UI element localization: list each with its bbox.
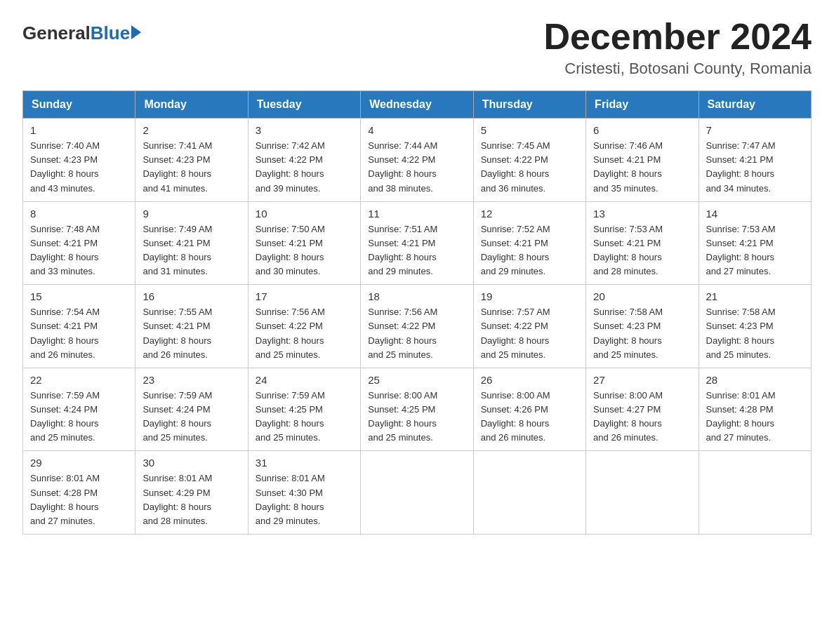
calendar-cell: 16 Sunrise: 7:55 AM Sunset: 4:21 PM Dayl…: [135, 285, 248, 368]
weekday-header-row: SundayMondayTuesdayWednesdayThursdayFrid…: [23, 91, 812, 119]
day-info: Sunrise: 7:59 AM Sunset: 4:24 PM Dayligh…: [143, 389, 240, 445]
weekday-header-friday: Friday: [586, 91, 699, 119]
weekday-header-sunday: Sunday: [23, 91, 135, 119]
day-number: 24: [256, 374, 353, 386]
month-title: December 2024: [543, 17, 812, 57]
day-info: Sunrise: 7:56 AM Sunset: 4:22 PM Dayligh…: [256, 305, 353, 362]
day-number: 21: [706, 290, 804, 302]
day-number: 17: [256, 290, 353, 302]
day-number: 19: [481, 290, 578, 302]
day-info: Sunrise: 7:59 AM Sunset: 4:25 PM Dayligh…: [256, 389, 353, 445]
day-number: 5: [481, 124, 578, 136]
day-info: Sunrise: 7:49 AM Sunset: 4:21 PM Dayligh…: [143, 222, 240, 279]
calendar-cell: 19 Sunrise: 7:57 AM Sunset: 4:22 PM Dayl…: [473, 285, 585, 368]
day-info: Sunrise: 7:48 AM Sunset: 4:21 PM Dayligh…: [30, 222, 128, 279]
calendar-cell: 25 Sunrise: 8:00 AM Sunset: 4:25 PM Dayl…: [361, 368, 473, 451]
calendar-cell: [361, 451, 473, 535]
calendar-cell: 26 Sunrise: 8:00 AM Sunset: 4:26 PM Dayl…: [473, 368, 585, 451]
day-info: Sunrise: 7:46 AM Sunset: 4:21 PM Dayligh…: [593, 139, 691, 196]
calendar-cell: [586, 451, 699, 535]
weekday-header-saturday: Saturday: [699, 91, 811, 119]
calendar-cell: 12 Sunrise: 7:52 AM Sunset: 4:21 PM Dayl…: [473, 201, 585, 285]
day-info: Sunrise: 7:58 AM Sunset: 4:23 PM Dayligh…: [706, 305, 804, 362]
day-info: Sunrise: 7:45 AM Sunset: 4:22 PM Dayligh…: [481, 139, 578, 196]
day-info: Sunrise: 7:40 AM Sunset: 4:23 PM Dayligh…: [30, 139, 128, 196]
day-number: 29: [30, 457, 128, 469]
day-info: Sunrise: 7:57 AM Sunset: 4:22 PM Dayligh…: [481, 305, 578, 362]
title-area: December 2024 Cristesti, Botosani County…: [543, 17, 812, 78]
calendar-cell: 21 Sunrise: 7:58 AM Sunset: 4:23 PM Dayl…: [699, 285, 811, 368]
calendar-table: SundayMondayTuesdayWednesdayThursdayFrid…: [22, 90, 812, 535]
day-number: 6: [593, 124, 691, 136]
calendar-cell: 11 Sunrise: 7:51 AM Sunset: 4:21 PM Dayl…: [361, 201, 473, 285]
day-number: 10: [256, 208, 353, 220]
day-info: Sunrise: 7:54 AM Sunset: 4:21 PM Dayligh…: [30, 305, 128, 362]
day-number: 2: [143, 124, 240, 136]
day-number: 16: [143, 290, 240, 302]
day-number: 26: [481, 374, 578, 386]
day-number: 31: [256, 457, 353, 469]
logo-blue-text: Blue: [91, 22, 130, 44]
calendar-cell: [699, 451, 811, 535]
day-number: 4: [368, 124, 465, 136]
day-info: Sunrise: 8:01 AM Sunset: 4:30 PM Dayligh…: [256, 471, 353, 528]
day-number: 27: [593, 374, 691, 386]
day-number: 1: [30, 124, 128, 136]
day-number: 8: [30, 208, 128, 220]
day-number: 15: [30, 290, 128, 302]
calendar-cell: 1 Sunrise: 7:40 AM Sunset: 4:23 PM Dayli…: [23, 119, 135, 202]
logo-triangle-icon: [131, 25, 141, 39]
day-number: 7: [706, 124, 804, 136]
week-row-2: 8 Sunrise: 7:48 AM Sunset: 4:21 PM Dayli…: [23, 201, 812, 285]
calendar-cell: 13 Sunrise: 7:53 AM Sunset: 4:21 PM Dayl…: [586, 201, 699, 285]
day-info: Sunrise: 8:01 AM Sunset: 4:29 PM Dayligh…: [143, 471, 240, 528]
day-info: Sunrise: 8:00 AM Sunset: 4:27 PM Dayligh…: [593, 389, 691, 445]
calendar-cell: 31 Sunrise: 8:01 AM Sunset: 4:30 PM Dayl…: [248, 451, 360, 535]
calendar-cell: 22 Sunrise: 7:59 AM Sunset: 4:24 PM Dayl…: [23, 368, 135, 451]
day-info: Sunrise: 7:53 AM Sunset: 4:21 PM Dayligh…: [706, 222, 804, 279]
week-row-4: 22 Sunrise: 7:59 AM Sunset: 4:24 PM Dayl…: [23, 368, 812, 451]
day-info: Sunrise: 7:55 AM Sunset: 4:21 PM Dayligh…: [143, 305, 240, 362]
calendar-cell: 29 Sunrise: 8:01 AM Sunset: 4:28 PM Dayl…: [23, 451, 135, 535]
calendar-cell: 17 Sunrise: 7:56 AM Sunset: 4:22 PM Dayl…: [248, 285, 360, 368]
calendar-cell: 7 Sunrise: 7:47 AM Sunset: 4:21 PM Dayli…: [699, 119, 811, 202]
day-info: Sunrise: 7:51 AM Sunset: 4:21 PM Dayligh…: [368, 222, 465, 279]
weekday-header-tuesday: Tuesday: [248, 91, 360, 119]
day-info: Sunrise: 7:41 AM Sunset: 4:23 PM Dayligh…: [143, 139, 240, 196]
calendar-cell: 15 Sunrise: 7:54 AM Sunset: 4:21 PM Dayl…: [23, 285, 135, 368]
day-info: Sunrise: 7:50 AM Sunset: 4:21 PM Dayligh…: [256, 222, 353, 279]
calendar-cell: 3 Sunrise: 7:42 AM Sunset: 4:22 PM Dayli…: [248, 119, 360, 202]
day-number: 13: [593, 208, 691, 220]
calendar-cell: 23 Sunrise: 7:59 AM Sunset: 4:24 PM Dayl…: [135, 368, 248, 451]
calendar-cell: [473, 451, 585, 535]
day-number: 23: [143, 374, 240, 386]
day-number: 14: [706, 208, 804, 220]
day-info: Sunrise: 8:01 AM Sunset: 4:28 PM Dayligh…: [706, 389, 804, 445]
day-number: 11: [368, 208, 465, 220]
calendar-cell: 5 Sunrise: 7:45 AM Sunset: 4:22 PM Dayli…: [473, 119, 585, 202]
day-info: Sunrise: 7:59 AM Sunset: 4:24 PM Dayligh…: [30, 389, 128, 445]
day-info: Sunrise: 8:00 AM Sunset: 4:26 PM Dayligh…: [481, 389, 578, 445]
logo: General Blue: [22, 17, 141, 44]
calendar-cell: 4 Sunrise: 7:44 AM Sunset: 4:22 PM Dayli…: [361, 119, 473, 202]
day-info: Sunrise: 7:53 AM Sunset: 4:21 PM Dayligh…: [593, 222, 691, 279]
calendar-cell: 20 Sunrise: 7:58 AM Sunset: 4:23 PM Dayl…: [586, 285, 699, 368]
day-number: 18: [368, 290, 465, 302]
day-info: Sunrise: 7:58 AM Sunset: 4:23 PM Dayligh…: [593, 305, 691, 362]
logo-general-text: General: [22, 22, 91, 44]
weekday-header-monday: Monday: [135, 91, 248, 119]
calendar-cell: 24 Sunrise: 7:59 AM Sunset: 4:25 PM Dayl…: [248, 368, 360, 451]
location-subtitle: Cristesti, Botosani County, Romania: [543, 60, 812, 78]
calendar-cell: 6 Sunrise: 7:46 AM Sunset: 4:21 PM Dayli…: [586, 119, 699, 202]
calendar-cell: 9 Sunrise: 7:49 AM Sunset: 4:21 PM Dayli…: [135, 201, 248, 285]
day-number: 22: [30, 374, 128, 386]
day-number: 30: [143, 457, 240, 469]
weekday-header-wednesday: Wednesday: [361, 91, 473, 119]
week-row-5: 29 Sunrise: 8:01 AM Sunset: 4:28 PM Dayl…: [23, 451, 812, 535]
day-number: 20: [593, 290, 691, 302]
day-info: Sunrise: 7:42 AM Sunset: 4:22 PM Dayligh…: [256, 139, 353, 196]
calendar-cell: 14 Sunrise: 7:53 AM Sunset: 4:21 PM Dayl…: [699, 201, 811, 285]
page-header: General Blue December 2024 Cristesti, Bo…: [22, 17, 812, 78]
day-number: 25: [368, 374, 465, 386]
calendar-cell: 30 Sunrise: 8:01 AM Sunset: 4:29 PM Dayl…: [135, 451, 248, 535]
